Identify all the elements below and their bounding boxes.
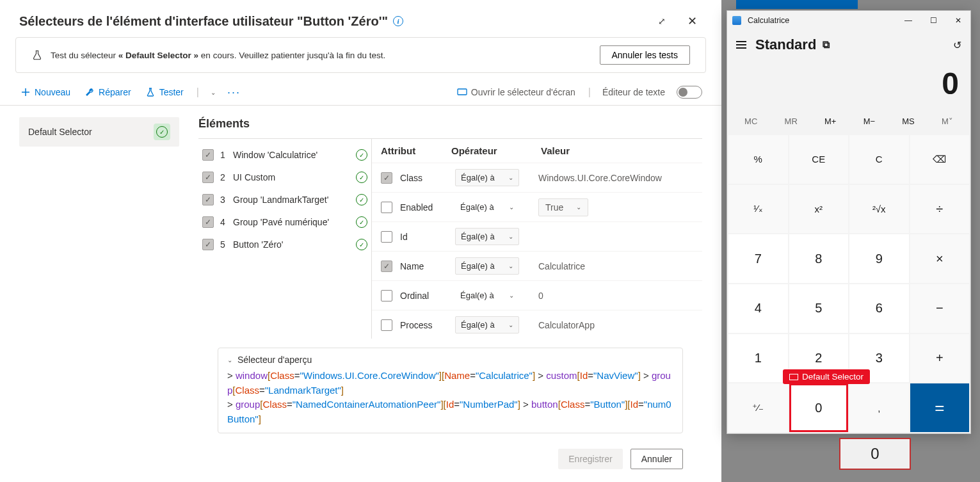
selector-item-default[interactable]: Default Selector [19,117,179,147]
check-icon [356,194,367,205]
calc-8[interactable]: 8 [789,234,849,283]
mem-mminus[interactable]: M− [860,115,879,127]
background-zero-button[interactable]: 0 [839,438,911,470]
banner-prefix: Test du sélecteur [51,51,118,60]
text-editor-toggle[interactable] [677,86,702,99]
calc-percent[interactable]: % [728,135,788,184]
calc-inverse[interactable]: ¹⁄ₓ [728,185,788,234]
checkbox[interactable] [381,261,392,272]
calc-backspace[interactable]: ⌫ [910,135,970,184]
checkbox[interactable] [381,290,392,301]
open-screen-selector-button[interactable]: Ouvrir le sélecteur d'écran [456,84,577,100]
operator-select[interactable]: Égal(e) à⌄ [455,287,519,303]
checkbox[interactable] [381,202,392,213]
attribute-row: Name Égal(e) à⌄ Calculatrice [372,251,702,280]
mem-mv[interactable]: M˅ [938,115,957,127]
flask-icon [31,49,43,61]
flask-icon-small [145,87,156,97]
more-icon[interactable]: ··· [227,86,241,99]
calc-divide[interactable]: ÷ [910,185,970,234]
operator-select[interactable]: Égal(e) à⌄ [455,228,519,245]
banner-bold: « Default Selector » [118,51,198,60]
col-value: Valeur [541,145,693,156]
element-row[interactable]: 2 UI Custom [198,166,371,189]
repair-button[interactable]: Réparer [83,84,133,100]
calc-multiply[interactable]: × [910,234,970,283]
calc-ce[interactable]: CE [789,135,849,184]
calc-add[interactable]: + [910,334,970,383]
operator-select[interactable]: Égal(e) à⌄ [455,257,519,275]
keep-on-top-icon[interactable]: ⧉ [823,39,830,51]
checkbox[interactable] [202,172,214,183]
svg-rect-0 [458,89,467,95]
calc-subtract[interactable]: − [910,284,970,333]
new-button[interactable]: Nouveau [19,84,72,100]
close-icon[interactable]: ✕ [682,12,702,31]
checkbox[interactable] [381,231,392,243]
checkbox[interactable] [202,149,214,161]
checkbox[interactable] [381,319,392,331]
attribute-row: Class Égal(e) à⌄ Windows.UI.Core.CoreWin… [372,163,702,192]
element-row[interactable]: 3 Group 'LandmarkTarget' [198,189,371,211]
calc-c[interactable]: C [849,135,909,184]
plus-icon [20,87,31,97]
calc-decimal[interactable]: , [849,383,909,432]
calc-display: 0 [727,60,970,113]
element-row[interactable]: 4 Group 'Pavé numérique' [198,211,371,234]
attribute-row: Id Égal(e) à⌄ [372,221,702,251]
banner-suffix: en cours. Veuillez patienter jusqu'à la … [198,51,385,60]
close-button[interactable]: ✕ [951,15,965,26]
attribute-row: Enabled Égal(e) à⌄ True⌄ [372,192,702,221]
minimize-button[interactable]: — [901,15,916,26]
hamburger-icon[interactable] [736,41,746,49]
calc-square[interactable]: x² [789,185,849,234]
cancel-tests-button[interactable]: Annuler les tests [600,45,691,65]
calc-plusminus[interactable]: ⁺⁄₋ [728,383,788,432]
info-icon[interactable]: i [393,16,403,26]
mem-mr[interactable]: MR [781,115,801,127]
chevron-down-icon: ⌄ [227,357,232,364]
element-row[interactable]: 1 Window 'Calculatrice' [198,144,371,166]
expand-icon[interactable]: ⤢ [653,13,671,29]
calc-6[interactable]: 6 [849,284,909,333]
operator-select[interactable]: Égal(e) à⌄ [455,316,519,333]
calc-7[interactable]: 7 [728,234,788,283]
calc-5[interactable]: 5 [789,284,849,333]
test-banner: Test du sélecteur « Default Selector » e… [15,37,706,73]
value-select[interactable]: True⌄ [538,198,588,216]
preview-code: > window[Class="Windows.UI.Core.CoreWind… [227,369,673,426]
calc-equals[interactable]: = [910,383,970,432]
calc-9[interactable]: 9 [849,234,909,283]
preview-toggle[interactable]: ⌄ Sélecteur d'aperçu [227,355,673,365]
wrench-icon [84,87,95,97]
test-button[interactable]: Tester [144,84,185,100]
attribute-row: Ordinal Égal(e) à⌄ 0 [372,280,702,310]
calc-1[interactable]: 1 [728,334,788,383]
operator-select[interactable]: Égal(e) à⌄ [455,169,519,186]
calculator-title: Calculatrice [748,16,894,25]
col-operator: Opérateur [451,145,541,156]
checkbox[interactable] [202,194,214,205]
mem-mplus[interactable]: M+ [821,115,840,127]
operator-select[interactable]: Égal(e) à⌄ [455,199,519,215]
maximize-button[interactable]: ☐ [926,15,941,26]
mem-ms[interactable]: MS [898,115,919,127]
mem-mc[interactable]: MC [741,115,761,127]
elements-title: Éléments [198,117,702,131]
cancel-button[interactable]: Annuler [631,449,683,469]
calc-0[interactable]: 0 [789,383,849,432]
window-icon [789,374,798,380]
screen-icon [457,87,467,97]
calc-sqrt[interactable]: ²√x [849,185,909,234]
history-icon[interactable]: ↺ [953,39,961,51]
element-row[interactable]: 5 Button 'Zéro' [198,234,371,256]
calc-4[interactable]: 4 [728,284,788,333]
chevron-down-icon[interactable]: ⌄ [211,89,216,96]
checkbox[interactable] [202,239,214,250]
calculator-app-icon [732,16,741,25]
check-icon [356,149,367,161]
checkbox[interactable] [202,216,214,228]
checkbox[interactable] [381,172,392,184]
calc-mode: Standard [755,36,816,53]
save-button[interactable]: Enregistrer [558,449,622,469]
